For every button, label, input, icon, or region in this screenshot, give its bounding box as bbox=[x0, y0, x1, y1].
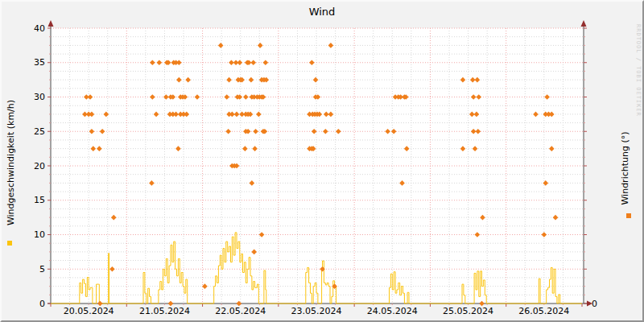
left-axis-tick-label: 30 bbox=[19, 93, 45, 101]
right-axis-arrow bbox=[581, 20, 587, 27]
x-axis-date-label: 22.05.2024 bbox=[204, 307, 277, 316]
left-axis-tick-label: 15 bbox=[19, 196, 45, 204]
chart-title: Wind bbox=[2, 6, 642, 18]
rrdtool-watermark: RRDTOOL / TOBI OETIKER bbox=[635, 24, 642, 117]
left-axis-tick-label: 25 bbox=[19, 127, 45, 136]
x-axis-date-label: 25.05.2024 bbox=[432, 307, 505, 316]
right-axis-tick-label: 0 bbox=[592, 299, 617, 308]
x-axis-date-label: 24.05.2024 bbox=[356, 307, 428, 316]
left-axis-arrow bbox=[48, 20, 54, 27]
rrdtool-wind-chart: Wind Windgeschwindigkeit (km/h) Windrich… bbox=[0, 0, 644, 322]
x-axis-date-label: 21.05.2024 bbox=[128, 307, 200, 316]
left-axis-tick-label: 5 bbox=[19, 265, 45, 274]
x-axis-date-label: 20.05.2024 bbox=[52, 307, 125, 316]
chart-plot-area bbox=[2, 2, 642, 320]
x-axis-date-label: 23.05.2024 bbox=[280, 307, 353, 316]
left-axis-tick-label: 10 bbox=[19, 230, 45, 239]
left-axis-tick-label: 40 bbox=[19, 24, 45, 33]
speed-axis-legend-marker bbox=[7, 241, 12, 246]
direction-axis-legend-marker bbox=[626, 213, 631, 218]
left-axis-tick-label: 35 bbox=[19, 58, 45, 67]
left-axis-tick-label: 20 bbox=[19, 162, 45, 171]
right-axis-label: Windrichtung (°) bbox=[620, 131, 630, 204]
left-axis-tick-label: 0 bbox=[19, 299, 45, 308]
left-axis-label: Windgeschwindigkeit (km/h) bbox=[6, 100, 16, 225]
x-axis-date-label: 26.05.2024 bbox=[508, 307, 580, 316]
